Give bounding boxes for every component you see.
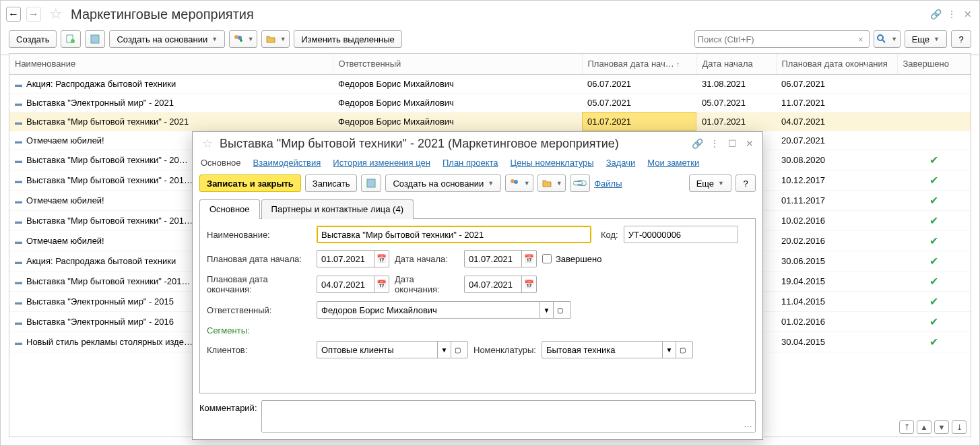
change-selected-button[interactable]: Изменить выделенные <box>294 30 402 48</box>
chevron-down-icon: ▼ <box>248 36 254 42</box>
row-icon: ▬ <box>15 197 22 205</box>
save-close-button[interactable]: Записать и закрыть <box>199 174 301 192</box>
plan-start-label: Плановая дата начала: <box>207 254 311 264</box>
nav-price-history[interactable]: История изменения цен <box>333 158 430 168</box>
popup-icon[interactable]: ▢ <box>553 302 566 318</box>
nav-my-notes[interactable]: Мои заметки <box>647 158 699 168</box>
dialog-list-button[interactable] <box>361 174 381 192</box>
plan-end-field[interactable] <box>317 280 374 290</box>
favorite-star-icon[interactable]: ☆ <box>49 5 63 23</box>
search-input[interactable] <box>698 34 855 44</box>
dialog-close-icon[interactable]: ✕ <box>744 137 756 150</box>
nav-nomenclature-prices[interactable]: Цены номенклатуры <box>511 158 594 168</box>
nav-back-button[interactable]: ← <box>6 7 21 22</box>
dialog-kebab-icon[interactable]: ⋮ <box>709 137 721 150</box>
chevron-down-icon[interactable]: ▼ <box>662 342 676 358</box>
copy-button[interactable] <box>61 30 81 48</box>
row-icon: ▬ <box>15 298 22 306</box>
calendar-icon[interactable]: 📅 <box>374 276 389 292</box>
clients-input[interactable]: ▼▢ <box>317 341 468 358</box>
users-add-button[interactable]: ▼ <box>229 30 257 48</box>
nav-forward-button[interactable]: → <box>26 7 41 22</box>
actual-end-field[interactable] <box>465 280 521 290</box>
dialog-users-add-button[interactable]: ▼ <box>505 174 533 192</box>
calendar-icon[interactable]: 📅 <box>521 276 536 292</box>
calendar-icon[interactable]: 📅 <box>374 251 389 267</box>
dialog-more-button[interactable]: Еще▼ <box>689 174 731 192</box>
table-row[interactable]: ▬Выставка "Электронный мир" - 2021Федоро… <box>9 93 971 112</box>
link-icon[interactable]: 🔗 <box>929 8 942 20</box>
dialog-link-icon[interactable]: 🔗 <box>691 137 703 150</box>
more-button[interactable]: Еще▼ <box>905 30 947 48</box>
name-input[interactable] <box>317 226 591 243</box>
svg-point-8 <box>514 180 518 184</box>
search-clear-icon[interactable]: × <box>855 34 866 44</box>
nav-project-plan[interactable]: План проекта <box>443 158 498 168</box>
clients-field[interactable] <box>317 345 437 355</box>
attachment-button[interactable]: 📎 <box>570 174 590 192</box>
check-icon: ✔ <box>903 234 965 247</box>
tab-main[interactable]: Основное <box>199 199 260 219</box>
segments-section-label: Сегменты: <box>207 325 748 336</box>
expand-icon[interactable]: … <box>744 419 752 429</box>
folder-action-button[interactable]: ▼ <box>261 30 290 48</box>
responsible-field[interactable] <box>317 305 540 315</box>
nav-interactions[interactable]: Взаимодействия <box>253 158 321 168</box>
dialog-create-based-on-button[interactable]: Создать на основании▼ <box>385 174 501 192</box>
create-button[interactable]: Создать <box>9 30 57 48</box>
code-label: Код: <box>601 230 618 240</box>
scroll-up-button[interactable]: ▲ <box>917 420 932 434</box>
table-row[interactable]: ▬Акция: Распродажа бытовой техникиФедоро… <box>9 74 971 93</box>
chevron-down-icon[interactable]: ▼ <box>540 302 553 318</box>
nomenclature-field[interactable] <box>542 345 662 355</box>
popup-icon[interactable]: ▢ <box>676 342 689 358</box>
scroll-bottom-button[interactable]: ⤓ <box>952 420 967 434</box>
chevron-down-icon: ▼ <box>891 36 897 42</box>
kebab-menu-icon[interactable]: ⋮ <box>946 8 958 20</box>
comment-input[interactable]: … <box>261 400 756 433</box>
row-icon: ▬ <box>15 80 22 88</box>
help-button[interactable]: ? <box>951 30 971 48</box>
name-label: Наименование: <box>207 230 311 240</box>
actual-end-input[interactable]: 📅 <box>464 276 537 293</box>
close-page-icon[interactable]: ✕ <box>962 8 974 20</box>
col-plan-start[interactable]: Плановая дата нач… <box>582 54 696 74</box>
responsible-input[interactable]: ▼▢ <box>317 301 571 319</box>
plan-start-field[interactable] <box>317 254 374 264</box>
save-button[interactable]: Записать <box>305 174 358 192</box>
col-responsible[interactable]: Ответственный <box>333 54 582 74</box>
table-row[interactable]: ▬Выставка "Мир бытовой техники" - 2021Фе… <box>9 112 971 131</box>
event-detail-dialog: ☆ Выставка "Мир бытовой техники" - 2021 … <box>192 131 763 440</box>
dialog-more-label: Еще <box>696 179 714 189</box>
completed-checkbox[interactable] <box>542 254 552 263</box>
dialog-star-icon[interactable]: ☆ <box>202 136 213 151</box>
tab-partners[interactable]: Партнеры и контактные лица (4) <box>261 199 414 219</box>
files-link[interactable]: Файлы <box>594 179 622 189</box>
actual-start-input[interactable]: 📅 <box>464 250 537 267</box>
plan-end-label: Плановая дата окончания: <box>207 274 311 294</box>
create-based-on-button[interactable]: Создать на основании▼ <box>109 30 225 48</box>
more-label: Еще <box>912 34 929 44</box>
search-submit-button[interactable]: ▼ <box>874 30 901 48</box>
calendar-icon[interactable]: 📅 <box>521 251 536 267</box>
dialog-help-button[interactable]: ? <box>736 174 756 192</box>
plan-start-input[interactable]: 📅 <box>317 250 389 267</box>
scroll-top-button[interactable]: ⤒ <box>899 420 914 434</box>
col-completed[interactable]: Завершено <box>897 54 971 74</box>
popup-icon[interactable]: ▢ <box>451 342 464 358</box>
nav-tasks[interactable]: Задачи <box>606 158 636 168</box>
col-plan-end[interactable]: Плановая дата окончания <box>776 54 897 74</box>
plan-end-input[interactable]: 📅 <box>317 276 389 293</box>
col-name[interactable]: Наименование <box>9 54 333 74</box>
col-actual-start[interactable]: Дата начала <box>696 54 776 74</box>
nomenclature-input[interactable]: ▼▢ <box>542 341 693 358</box>
dialog-maximize-icon[interactable]: ☐ <box>726 137 738 150</box>
save-close-label: Записать и закрыть <box>207 179 294 189</box>
chevron-down-icon[interactable]: ▼ <box>437 342 451 358</box>
list-button[interactable] <box>85 30 105 48</box>
nav-main[interactable]: Основное <box>201 158 241 168</box>
code-input[interactable] <box>624 226 738 243</box>
dialog-folder-button[interactable]: ▼ <box>537 174 566 192</box>
actual-start-field[interactable] <box>465 254 521 264</box>
scroll-down-button[interactable]: ▼ <box>934 420 949 434</box>
